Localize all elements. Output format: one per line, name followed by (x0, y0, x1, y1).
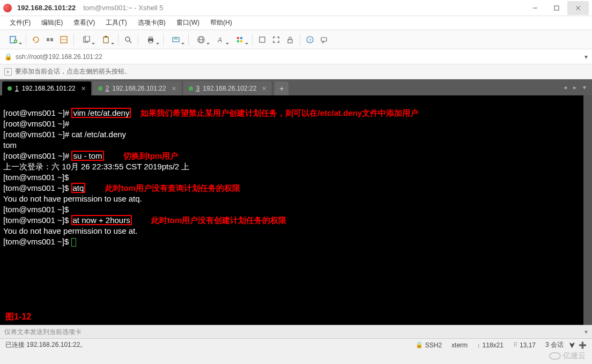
feedback-button[interactable] (317, 33, 330, 46)
menu-view[interactable]: 查看(V) (69, 17, 99, 28)
svg-rect-32 (260, 37, 265, 42)
status-connection: 已连接 192.168.26.101:22。 (5, 340, 86, 350)
separator (26, 34, 26, 46)
cmd-at: at now + 2hours (71, 215, 132, 225)
send-dropdown-icon[interactable]: ▾ (584, 328, 588, 336)
tab-close-icon[interactable]: ✕ (262, 85, 267, 92)
window-title-main: 192.168.26.101:22 (17, 4, 76, 12)
tab-prev-icon[interactable]: ◂ (561, 84, 569, 91)
tab-label: 192.168.26.101:22 (112, 85, 166, 92)
properties-button[interactable] (57, 33, 70, 46)
status-protocol: 🔒SSH2 (416, 341, 442, 349)
svg-rect-31 (240, 40, 242, 42)
new-session-button[interactable] (4, 33, 23, 46)
add-session-icon[interactable]: ➤ (4, 68, 12, 76)
copy-button[interactable] (77, 33, 95, 46)
maximize-button[interactable] (546, 1, 567, 15)
annotation-vim: 如果我们希望禁止某用户创建计划任务，则可以在/etc/at.deny文件中添加用… (140, 108, 418, 117)
cmd-vim: vim /etc/at.deny (71, 108, 131, 118)
menu-tabs[interactable]: 选项卡(B) (134, 17, 170, 28)
tab-menu-icon[interactable]: ▾ (580, 84, 589, 91)
status-dot-icon (8, 86, 12, 91)
tab-number: 3 (196, 85, 200, 92)
session-tab-3[interactable]: 3 192.168.26.102:22 ✕ (183, 81, 273, 95)
annotation-su: 切换到tpm用户 (123, 151, 179, 160)
lock-button[interactable] (284, 33, 297, 46)
toolbar: A ? (0, 30, 592, 49)
separator (300, 34, 300, 46)
prompt: [root@vms001 ~]# (3, 108, 71, 117)
svg-rect-17 (105, 36, 107, 38)
svg-rect-33 (288, 40, 292, 43)
transfer-button[interactable] (167, 33, 185, 46)
cmd-atq: atq (71, 183, 86, 193)
prompt: [tom@vms001 ~]$ (3, 205, 71, 214)
fullscreen-button[interactable] (270, 33, 283, 46)
window-controls (524, 1, 589, 15)
tab-nav: ◂ ▸ ▾ (561, 79, 592, 95)
terminal-scrollbar[interactable] (583, 95, 592, 325)
minimize-button[interactable] (524, 1, 546, 15)
hint-bar: ➤ 要添加当前会话，点击左侧的箭头按钮。 (0, 64, 592, 79)
lock-icon: 🔒 (416, 341, 423, 348)
add-tab-button[interactable]: + (275, 81, 288, 95)
close-button[interactable] (567, 1, 589, 15)
svg-point-18 (125, 37, 130, 41)
status-term: xterm (452, 341, 468, 349)
output: You do not have permission to use at. (3, 226, 137, 235)
svg-rect-30 (237, 40, 239, 42)
tab-close-icon[interactable]: ✕ (81, 85, 86, 92)
encoding-button[interactable] (192, 33, 210, 46)
help-button[interactable]: ? (304, 33, 316, 46)
tab-close-icon[interactable]: ✕ (172, 85, 176, 92)
font-button[interactable]: A (211, 33, 230, 46)
svg-text:?: ? (309, 38, 312, 43)
figure-label: 图1-12 (5, 311, 31, 322)
find-button[interactable] (122, 33, 135, 46)
watermark: 亿速云 (549, 351, 586, 361)
status-size: ↕118x21 (477, 341, 504, 349)
annotation-atq: 此时tom用户没有查询计划任务的权限 (105, 183, 241, 192)
watermark-icon (549, 352, 561, 360)
prompt: [root@vms001 ~]# (3, 151, 71, 160)
size-icon: ↕ (477, 342, 480, 348)
svg-rect-36 (321, 38, 327, 41)
svg-rect-9 (50, 38, 53, 41)
prompt: [tom@vms001 ~]$ (3, 216, 71, 225)
cmd-cat: cat /etc/at.deny (71, 130, 126, 139)
tab-bar: 1 192.168.26.101:22 ✕ 2 192.168.26.101:2… (0, 79, 592, 95)
paste-button[interactable] (97, 33, 115, 46)
session-tab-2[interactable]: 2 192.168.26.101:22 ✕ (93, 81, 182, 95)
menu-window[interactable]: 窗口(W) (172, 17, 204, 28)
menu-tools[interactable]: 工具(T) (101, 17, 131, 28)
svg-point-13 (65, 39, 66, 40)
app-icon (3, 4, 12, 12)
address-dropdown-icon[interactable]: ▾ (584, 53, 588, 61)
session-tab-1[interactable]: 1 192.168.26.101:22 ✕ (2, 81, 92, 95)
prompt: [tom@vms001 ~]$ (3, 173, 71, 182)
color-button[interactable] (231, 33, 249, 46)
view1-button[interactable] (256, 33, 269, 46)
menu-edit[interactable]: 编辑(E) (37, 17, 67, 28)
disconnect-button[interactable] (43, 33, 56, 46)
tab-next-icon[interactable]: ▸ (571, 84, 579, 91)
svg-rect-28 (237, 37, 239, 39)
address-bar[interactable]: 🔒 ssh://root@192.168.26.101:22 ▾ (0, 49, 592, 64)
send-bar[interactable]: 仅将文本发送到当前选项卡 ▾ (0, 325, 592, 339)
tab-label: 192.168.26.102:22 (203, 85, 256, 92)
print-button[interactable] (142, 33, 160, 46)
status-dot-icon (189, 86, 193, 91)
status-position: ⠿13,17 (513, 341, 536, 349)
reconnect-button[interactable] (29, 33, 42, 46)
svg-rect-29 (240, 37, 242, 39)
menu-file[interactable]: 文件(F) (5, 17, 35, 28)
status-dot-icon (98, 86, 102, 91)
lock-icon: 🔒 (4, 53, 12, 61)
svg-point-11 (62, 39, 63, 40)
send-bar-label: 仅将文本发送到当前选项卡 (4, 328, 82, 337)
svg-rect-16 (103, 37, 108, 43)
terminal[interactable]: [root@vms001 ~]# vim /etc/at.deny 如果我们希望… (0, 95, 592, 325)
menu-bar: 文件(F) 编辑(E) 查看(V) 工具(T) 选项卡(B) 窗口(W) 帮助(… (0, 16, 592, 30)
menu-help[interactable]: 帮助(H) (206, 17, 236, 28)
scrollbar-thumb[interactable] (583, 95, 592, 325)
